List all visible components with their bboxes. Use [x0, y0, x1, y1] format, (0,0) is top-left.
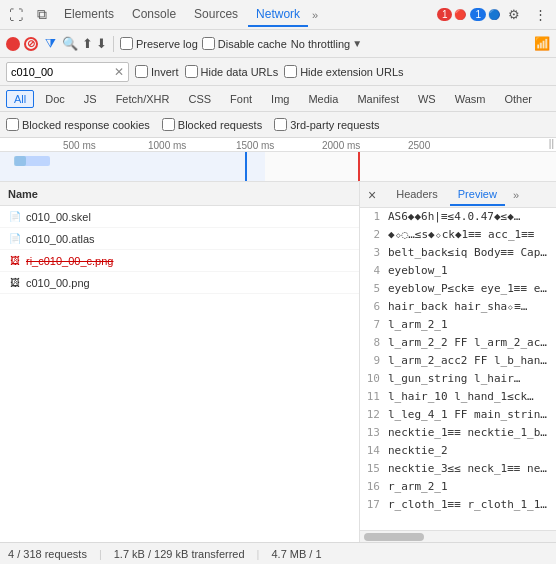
record-button[interactable]: [6, 37, 20, 51]
file-name: c010_00.atlas: [26, 233, 351, 245]
clear-button[interactable]: ⊘: [24, 37, 38, 51]
right-tabs-more[interactable]: »: [509, 187, 523, 203]
type-btn-all[interactable]: All: [6, 90, 34, 108]
network-toolbar: ⊘ ⧩ 🔍 ⬆ ⬇ Preserve log Disable cache No …: [0, 30, 556, 58]
file-list-header: Name: [0, 182, 359, 206]
type-btn-doc[interactable]: Doc: [37, 90, 73, 108]
ruler-2500ms: 2500: [408, 140, 430, 151]
type-btn-img[interactable]: Img: [263, 90, 297, 108]
line-number: 5: [364, 282, 388, 295]
tab-headers[interactable]: Headers: [388, 184, 446, 206]
preview-line: 17r_cloth_1≡≡ r_cloth_1_1…: [360, 498, 556, 516]
device-icon[interactable]: ⧉: [30, 3, 54, 27]
search-input[interactable]: [11, 66, 111, 78]
file-name: c010_00.png: [26, 277, 351, 289]
ruler-end-marker: ||: [549, 138, 554, 149]
type-btn-font[interactable]: Font: [222, 90, 260, 108]
error-badge: 1: [437, 8, 453, 21]
disable-cache-checkbox[interactable]: Disable cache: [202, 37, 287, 50]
file-row[interactable]: 📄c010_00.skel: [0, 206, 359, 228]
close-panel-button[interactable]: ×: [364, 187, 380, 203]
line-number: 1: [364, 210, 388, 223]
file-row[interactable]: 🖼c010_00.png: [0, 272, 359, 294]
preview-line: 5eyeblow_P≤ck≡ eye_1≡≡ eye_…: [360, 282, 556, 300]
line-content: ◆⬦◌…≤s◆⬦ck◆1≡≡ acc_1≡≡: [388, 228, 552, 241]
line-number: 2: [364, 228, 388, 241]
preview-line: 2◆⬦◌…≤s◆⬦ck◆1≡≡ acc_1≡≡: [360, 228, 556, 246]
search-icon[interactable]: 🔍: [62, 36, 78, 52]
tab-elements[interactable]: Elements: [56, 3, 122, 27]
more-tabs-chevron[interactable]: »: [310, 7, 320, 23]
right-panel: × Headers Preview » 1AS6◆◆6h|≡≤4.0.47◆≤◆…: [360, 182, 556, 542]
hide-data-urls-checkbox[interactable]: Hide data URLs: [185, 65, 279, 78]
blocked-requests-checkbox[interactable]: Blocked requests: [162, 118, 262, 131]
timeline-bars: [0, 152, 556, 182]
file-row[interactable]: 🖼ri_c010_00_c.png: [0, 250, 359, 272]
throttle-control[interactable]: No throttling ▼: [291, 38, 362, 50]
horizontal-scrollbar[interactable]: [360, 530, 556, 542]
tab-sources[interactable]: Sources: [186, 3, 246, 27]
line-number: 15: [364, 462, 388, 475]
image-file-icon: 🖼: [8, 254, 22, 268]
settings-icon[interactable]: ⚙: [502, 3, 526, 27]
download-icon[interactable]: ⬇: [96, 36, 107, 51]
line-number: 9: [364, 354, 388, 367]
preview-line: 15necktie_3≤≤ neck_1≡≡ nec≤…: [360, 462, 556, 480]
timeline-area: 500 ms 1000 ms 1500 ms 2000 ms 2500 ||: [0, 138, 556, 182]
clear-search-icon[interactable]: ✕: [114, 65, 124, 79]
top-toolbar: ⛶ ⧉ Elements Console Sources Network » 1…: [0, 0, 556, 30]
tab-network[interactable]: Network: [248, 3, 308, 27]
line-number: 7: [364, 318, 388, 331]
line-number: 6: [364, 300, 388, 313]
line-number: 12: [364, 408, 388, 421]
right-panel-tabs: × Headers Preview »: [360, 182, 556, 208]
preview-line: 14necktie_2: [360, 444, 556, 462]
line-content: necktie_2: [388, 444, 552, 457]
preserve-log-checkbox[interactable]: Preserve log: [120, 37, 198, 50]
inspect-icon[interactable]: ⛶: [4, 3, 28, 27]
line-number: 3: [364, 246, 388, 259]
tab-preview[interactable]: Preview: [450, 184, 505, 206]
ruler-1500ms: 1500 ms: [236, 140, 274, 151]
filter-icon[interactable]: ⧩: [42, 36, 58, 52]
preview-content: 1AS6◆◆6h|≡≤4.0.47◆≤◆…2◆⬦◌…≤s◆⬦ck◆1≡≡ acc…: [360, 208, 556, 530]
line-number: 8: [364, 336, 388, 349]
scrollbar-thumb[interactable]: [364, 533, 424, 541]
line-content: eyeblow_1: [388, 264, 552, 277]
type-btn-css[interactable]: CSS: [180, 90, 219, 108]
preview-line: 4eyeblow_1: [360, 264, 556, 282]
search-box[interactable]: ✕: [6, 62, 129, 82]
total-size: 4.7 MB / 1: [271, 548, 321, 560]
line-content: l_leg_4_1 FF main_string…: [388, 408, 552, 421]
line-content: l_hair_10 l_hand_1≤ck…: [388, 390, 552, 403]
line-content: l_arm_2_2 FF l_arm_2_acc…: [388, 336, 552, 349]
line-content: l_arm_2_acc2 FF l_b_hand…: [388, 354, 552, 367]
blocked-cookies-checkbox[interactable]: Blocked response cookies: [6, 118, 150, 131]
blocked-toolbar: Blocked response cookies Blocked request…: [0, 112, 556, 138]
requests-count: 4 / 318 requests: [8, 548, 87, 560]
type-btn-js[interactable]: JS: [76, 90, 105, 108]
line-number: 10: [364, 372, 388, 385]
tab-console[interactable]: Console: [124, 3, 184, 27]
throttle-label: No throttling: [291, 38, 350, 50]
type-filter-bar: AllDocJSFetch/XHRCSSFontImgMediaManifest…: [0, 86, 556, 112]
type-btn-media[interactable]: Media: [300, 90, 346, 108]
third-party-checkbox[interactable]: 3rd-party requests: [274, 118, 379, 131]
type-btn-ws[interactable]: WS: [410, 90, 444, 108]
upload-icon[interactable]: ⬆: [82, 36, 93, 51]
line-number: 17: [364, 498, 388, 511]
preview-line: 9l_arm_2_acc2 FF l_b_hand…: [360, 354, 556, 372]
more-options-icon[interactable]: ⋮: [528, 3, 552, 27]
type-btn-wasm[interactable]: Wasm: [447, 90, 494, 108]
line-content: necktie_1≡≡ necktie_1_b…: [388, 426, 552, 439]
type-btn-manifest[interactable]: Manifest: [349, 90, 407, 108]
line-number: 13: [364, 426, 388, 439]
type-btn-fetch/xhr[interactable]: Fetch/XHR: [108, 90, 178, 108]
invert-checkbox[interactable]: Invert: [135, 65, 179, 78]
file-name: c010_00.skel: [26, 211, 351, 223]
file-row[interactable]: 📄c010_00.atlas: [0, 228, 359, 250]
line-number: 11: [364, 390, 388, 403]
hide-ext-urls-checkbox[interactable]: Hide extension URLs: [284, 65, 403, 78]
type-btn-other[interactable]: Other: [496, 90, 540, 108]
preview-line: 16r_arm_2_1: [360, 480, 556, 498]
